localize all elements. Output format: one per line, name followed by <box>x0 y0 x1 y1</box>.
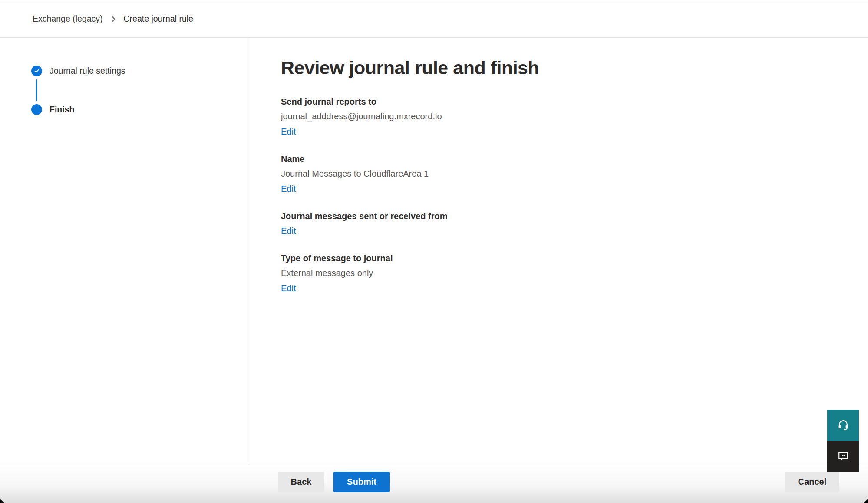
section-value: External messages only <box>281 268 868 278</box>
review-section-message-type: Type of message to journal External mess… <box>281 253 868 293</box>
floating-side-buttons <box>827 410 859 472</box>
page-title: Review journal rule and finish <box>281 57 868 79</box>
wizard-steps-panel: Journal rule settings Finish <box>0 38 249 463</box>
section-label: Name <box>281 154 868 164</box>
step-connector-line <box>36 79 37 101</box>
section-label: Journal messages sent or received from <box>281 211 868 221</box>
review-pane: Review journal rule and finish Send jour… <box>249 38 868 463</box>
step-label: Journal rule settings <box>50 66 125 76</box>
review-section-name: Name Journal Messages to CloudflareArea … <box>281 154 868 194</box>
chat-bubble-icon <box>837 450 850 464</box>
edit-message-type-link[interactable]: Edit <box>281 283 296 293</box>
exchange-admin-window: Exchange (legacy) Create journal rule Jo… <box>0 0 868 503</box>
step-completed-check-icon <box>31 66 42 76</box>
help-support-button[interactable] <box>827 410 859 441</box>
edit-send-journal-reports-link[interactable]: Edit <box>281 127 296 137</box>
feedback-button[interactable] <box>827 441 859 472</box>
cancel-button[interactable]: Cancel <box>785 472 839 492</box>
headset-icon <box>837 418 850 433</box>
breadcrumb: Exchange (legacy) Create journal rule <box>0 0 868 38</box>
breadcrumb-link-exchange-legacy[interactable]: Exchange (legacy) <box>33 14 103 24</box>
chevron-right-icon <box>110 15 116 23</box>
wizard-action-bar: Back Submit Cancel <box>0 463 868 503</box>
section-value: journal_adddress@journaling.mxrecord.io <box>281 112 868 122</box>
section-label: Type of message to journal <box>281 253 868 263</box>
breadcrumb-current-page: Create journal rule <box>124 14 193 24</box>
edit-journal-messages-scope-link[interactable]: Edit <box>281 226 296 236</box>
edit-name-link[interactable]: Edit <box>281 184 296 194</box>
submit-button[interactable]: Submit <box>333 472 390 492</box>
step-current-dot-icon <box>31 104 42 115</box>
review-section-journal-messages-scope: Journal messages sent or received from E… <box>281 211 868 236</box>
review-section-send-journal-reports-to: Send journal reports to journal_adddress… <box>281 97 868 137</box>
wizard-step-journal-rule-settings[interactable]: Journal rule settings <box>31 66 249 76</box>
step-label: Finish <box>50 105 74 115</box>
section-value: Journal Messages to CloudflareArea 1 <box>281 169 868 179</box>
back-button[interactable]: Back <box>278 472 324 492</box>
wizard-step-finish[interactable]: Finish <box>31 104 249 115</box>
section-label: Send journal reports to <box>281 97 868 107</box>
